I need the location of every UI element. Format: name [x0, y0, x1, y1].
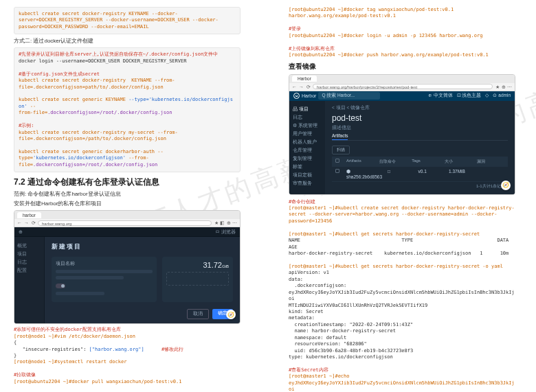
cancel-button[interactable]: 取消 [187, 309, 209, 319]
install-harbor-text: 安装并创建Harbor的私有仓库和项目 [14, 200, 241, 207]
harbor-main: < 项目 < 镜像仓库 pod-test 描述信息 Artifacts 扫描 A… [325, 101, 515, 194]
harbor-sidebar: 品 项目 日志 ⚙ 系统管理 用户管理 机器人账户 仓库管理 复制管理 标签 项… [289, 101, 325, 194]
browser-titlebar: harbor [14, 211, 240, 219]
browser-tab[interactable]: harbor [17, 212, 41, 218]
harbor-topbar: ⊕ ㅁ 浏览器 [14, 227, 240, 237]
theme-switch[interactable]: ⊡ 浅色主题 [457, 93, 482, 99]
harbor-search[interactable]: Q 搜索 Harbor... [318, 92, 380, 100]
th: Artifacts [346, 159, 374, 165]
pull-cmd-icon[interactable]: □ [388, 169, 412, 179]
sidebar-item[interactable]: 项目定额 [293, 172, 322, 178]
repo-title: pod-test [332, 113, 508, 123]
back-icon[interactable]: ← [292, 84, 297, 89]
sidebar-item-projects[interactable]: 品 项目 [293, 106, 322, 113]
form-card: 项目名称 [52, 257, 157, 302]
method2-title: 方式二: 通过docker认证文件创建 [14, 37, 241, 45]
url-bar[interactable]: harbor.wang.org/harbor/projects/2/reposi… [313, 84, 493, 89]
sidebar-item[interactable]: 项目 [17, 251, 41, 257]
harbor-topbar: Harbor Q 搜索 Harbor... ⊕ 中文简体 ⊡ 浅色主题 ◇ ⊙ … [289, 91, 515, 101]
browser-titlebar: Harbor [289, 75, 515, 83]
ext-icon[interactable]: ⋯ [507, 84, 512, 89]
user-menu[interactable]: ⊙ admin [493, 93, 511, 99]
row-checkbox[interactable] [335, 169, 339, 173]
text-input[interactable] [56, 276, 124, 279]
forward-icon[interactable]: → [24, 220, 29, 225]
dialog-title: 新建项目 [52, 242, 233, 251]
repo-desc-label: 描述信息 [332, 125, 508, 131]
artifact-table-head: Artifacts 拉取命令 Tags 大小 漏洞 [332, 157, 508, 167]
artifact-tag: v0.1 [418, 169, 443, 179]
ext-icon[interactable]: ⊕ [501, 84, 506, 89]
sidebar-item[interactable]: 用户管理 [293, 131, 322, 137]
ext-icon[interactable]: ⋯ [232, 220, 237, 225]
sidebar-item[interactable]: 复制管理 [293, 156, 322, 162]
storage-card: 31.72GiB [162, 257, 233, 302]
harbor-main: 新建项目 项目名称 31.72GiB [45, 237, 240, 323]
right-column: [root@ubuntu2204 ~]#docker tag wangxiaoc… [289, 4, 515, 388]
forward-icon[interactable]: → [299, 84, 304, 89]
harbor-sidebar: 概览 项目 日志 配置 [14, 237, 45, 323]
sidebar-item[interactable]: 审查服务 [293, 181, 322, 187]
form-label: 项目名称 [56, 261, 153, 267]
sidebar-item[interactable]: 概览 [17, 243, 41, 249]
sidebar-item[interactable]: 日志 [17, 260, 41, 266]
browser-window-harbor-new-project: harbor ← → ⟳ harbor.wang.org ★ ◧ ⊕ ⋯ ⊕ ㅁ… [14, 210, 241, 324]
view-image-heading: 查看镜像 [289, 62, 515, 71]
tab-artifacts[interactable]: Artifacts [332, 133, 348, 140]
artifact-digest[interactable]: ⬢ sha256:2b6d8563 [346, 169, 382, 179]
th: 漏洞 [477, 159, 504, 165]
artifact-row[interactable]: ⬢ sha256:2b6d8563 □ v0.1 1.37MiB [332, 167, 508, 182]
sidebar-item[interactable]: 机器人账户 [293, 139, 322, 146]
text-input[interactable] [56, 270, 153, 273]
table-footer: 1-1共计1条记录 [332, 182, 508, 191]
browser-window-harbor-repo: Harbor ← → ⟳ harbor.wang.org/harbor/proj… [289, 74, 515, 195]
th: Tags [412, 159, 439, 165]
storage-gauge [166, 272, 229, 286]
text-input[interactable] [56, 292, 104, 295]
scan-button[interactable]: 扫描 [332, 146, 350, 154]
artifact-size: 1.37MiB [449, 169, 473, 179]
lang-switch[interactable]: ⊕ 中文简体 [428, 93, 453, 99]
ext-icon[interactable]: ★ [495, 84, 500, 89]
code-docker-daemon: #添加可信任的不安全的docker配置支持私有仓库 [root@node1 ~]… [14, 327, 241, 385]
reload-icon[interactable]: ⟳ [31, 220, 36, 225]
breadcrumb[interactable]: < 项目 < 镜像仓库 [332, 105, 508, 111]
toolbar-extensions: ★ ⊕ ⋯ [495, 84, 512, 89]
sidebar-item[interactable]: 配置 [17, 268, 41, 274]
reload-icon[interactable]: ⟳ [306, 84, 311, 89]
th: 拉取命令 [379, 159, 407, 165]
browser-tab[interactable]: Harbor [292, 76, 317, 82]
sidebar-item[interactable]: 标签 [293, 164, 322, 170]
browser-toolbar: ← → ⟳ harbor.wang.org ★ ◧ ⊕ ⋯ [14, 219, 240, 227]
sidebar-item[interactable]: 仓库管理 [293, 148, 322, 154]
code-create-secret-registry: kubectl create secret docker-registry KE… [14, 7, 241, 34]
artifact-vuln [480, 169, 504, 179]
select-all-checkbox[interactable] [335, 159, 339, 163]
harbor-dashboard: ⊕ ㅁ 浏览器 概览 项目 日志 配置 新建项目 项目名称 [14, 227, 240, 323]
toolbar-extensions: ★ ◧ ⊕ ⋯ [214, 220, 237, 225]
example-label: 范例: 命令创建私有仓库harbor登录认证信息 [14, 190, 241, 198]
harbor-toplinks: ⊕ 中文简体 ⊡ 浅色主题 ◇ ⊙ admin [428, 93, 511, 99]
harbor-logo-icon [293, 93, 300, 99]
code-kubectl-secret: #命令行创建 [root@master1 ~]#kubectl create s… [289, 199, 515, 393]
sidebar-item-admin[interactable]: ⚙ 系统管理 [293, 123, 322, 129]
assistant-float-icon[interactable]: 🧭 [501, 181, 511, 190]
code-tag-login-push: [root@ubuntu2204 ~]#docker tag wangxiaoc… [289, 7, 515, 59]
ext-icon[interactable]: ⊕ [226, 220, 231, 225]
back-icon[interactable]: ← [17, 220, 22, 225]
harbor-brand-text: Harbor [302, 93, 316, 98]
section-heading-7-2: 7.2 通过命令创建私有仓库登录认证信息 [14, 176, 241, 188]
topbar-logo: ⊕ [19, 229, 23, 235]
code-method2: #先登录并认证到目标仓库server上,认证凭据自动保存在~/.docker/c… [14, 47, 241, 172]
help-icon[interactable]: ◇ [485, 93, 489, 99]
ext-icon[interactable]: ★ [214, 220, 219, 225]
repo-tabs: Artifacts [332, 133, 508, 141]
harbor-logo: Harbor Q 搜索 Harbor... [293, 92, 380, 100]
harbor-repo-view: Harbor Q 搜索 Harbor... ⊕ 中文简体 ⊡ 浅色主题 ◇ ⊙ … [289, 91, 515, 194]
ext-icon[interactable]: ◧ [220, 220, 225, 225]
topbar-theme[interactable]: ㅁ 浏览器 [215, 229, 236, 235]
toggle-switch[interactable] [56, 284, 65, 288]
sidebar-item-logs[interactable]: 日志 [293, 115, 322, 121]
th: 大小 [445, 159, 472, 165]
url-bar[interactable]: harbor.wang.org [38, 220, 212, 226]
